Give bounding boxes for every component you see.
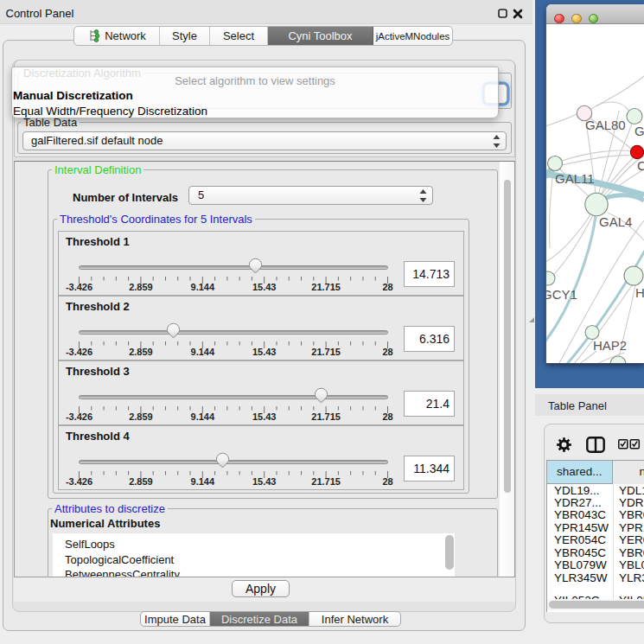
svg-text:GCY1: GCY1 <box>546 287 577 302</box>
svg-text:GAL4: GAL4 <box>599 214 632 229</box>
svg-text:HAP2: HAP2 <box>593 338 627 353</box>
svg-text:H: H <box>635 285 644 300</box>
svg-text:GA: GA <box>634 124 644 138</box>
svg-text:C: C <box>637 158 644 173</box>
svg-text:GAL80: GAL80 <box>585 118 626 132</box>
svg-text:GAL11: GAL11 <box>555 171 595 186</box>
